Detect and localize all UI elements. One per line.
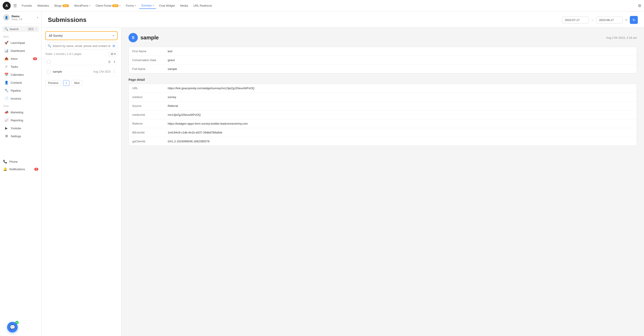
mediumid-label: mediumId bbox=[132, 113, 168, 116]
nav-chat-widget[interactable]: Chat Widget bbox=[157, 3, 177, 9]
search-input[interactable] bbox=[52, 44, 111, 47]
avatar: 👤 bbox=[3, 14, 10, 21]
sidebar-item-pipeline[interactable]: 🔧 Pipeline bbox=[1, 87, 40, 94]
account-name: Demo bbox=[12, 14, 35, 18]
settings-gear-icon[interactable]: ⚙ bbox=[638, 3, 641, 8]
sidebar-item-youtube[interactable]: ▶ Youtube bbox=[1, 124, 40, 132]
arrow-annotation bbox=[42, 30, 43, 42]
detail-row-fullname: Full Name sample bbox=[129, 65, 637, 73]
contact-avatar-name: S sample bbox=[128, 33, 159, 42]
sidebar-item-invoices[interactable]: 📄 Invoices bbox=[1, 95, 40, 102]
account-chevron-icon: ▾ bbox=[37, 16, 38, 19]
sidebar-item-notifications[interactable]: 🔔 Notifications 5 bbox=[0, 165, 42, 173]
sidebar-item-calendars[interactable]: 📅 Calendars bbox=[1, 71, 40, 78]
inbox-icon: 📥 bbox=[4, 57, 8, 61]
calendars-icon: 📅 bbox=[4, 73, 8, 77]
row-checkbox[interactable] bbox=[47, 70, 50, 73]
table-row[interactable]: sample Aug 17th 2023 ⋮ bbox=[45, 67, 118, 76]
nav-funnels[interactable]: Funnels bbox=[20, 3, 34, 9]
row-date: Aug 17th 2023 bbox=[93, 70, 110, 73]
page-number[interactable]: 1 bbox=[63, 80, 70, 86]
chat-widget-button[interactable]: 💬 5 bbox=[7, 322, 18, 333]
tasks-icon: ✓ bbox=[4, 65, 8, 69]
reporting-label: Reporting bbox=[11, 119, 37, 122]
settings-icon: ⚙ bbox=[4, 134, 8, 138]
inbox-badge: 0 bbox=[33, 57, 37, 60]
app-logo: A bbox=[3, 2, 11, 10]
nav-blogs[interactable]: Blogs New bbox=[52, 3, 71, 9]
nav-url-redirects[interactable]: URL Redirects bbox=[191, 3, 214, 9]
pipeline-icon: 🔧 bbox=[4, 88, 8, 92]
sidebar-item-inbox[interactable]: 📥 Inbox 0 bbox=[1, 55, 40, 62]
account-switcher[interactable]: 👤 Demo Irvine, CA ▾ bbox=[0, 11, 42, 24]
nav-client-portal[interactable]: Client Portal New ▾ bbox=[94, 3, 123, 9]
sidebar-item-reporting[interactable]: 📈 Reporting bbox=[1, 116, 40, 124]
date-start-input[interactable]: 2023-07-17 bbox=[562, 16, 588, 23]
sidebar-item-settings[interactable]: ⚙ Settings bbox=[1, 132, 40, 140]
conversation-label: Conversation Data bbox=[132, 58, 168, 62]
youtube-label: Youtube bbox=[11, 127, 37, 130]
phone-label: Phone bbox=[9, 160, 38, 163]
fbeventid-value: 1e4c94c8-c1db-4e1b-a537-29dbd788a6eb bbox=[168, 131, 222, 134]
hamburger-icon[interactable]: ☰ bbox=[13, 3, 17, 8]
survey-select[interactable]: All Survey ▾ bbox=[45, 31, 118, 40]
row-name: sample bbox=[53, 70, 93, 73]
detail-row-firstname: First Name test bbox=[129, 47, 637, 56]
medium-label: medium bbox=[132, 95, 168, 99]
gaclientid-label: gaClientId bbox=[132, 140, 168, 143]
page-header: Submissions 2023-07-17 → 2023-08-17 ✕ ↻ bbox=[42, 11, 644, 28]
survey-select-value: All Survey bbox=[49, 34, 63, 37]
left-panel: All Survey ▾ 🔍 ⊞ Totals: 1 records | 1 o… bbox=[42, 28, 122, 336]
survey-select-chevron-icon: ▾ bbox=[113, 34, 114, 37]
search-bar[interactable]: 🔍 ⊞ bbox=[45, 42, 118, 49]
page-detail-table: URL https://link.goacquirely.com/widget/… bbox=[128, 84, 637, 146]
sidebar-item-contacts[interactable]: 👤 Contacts bbox=[1, 79, 40, 86]
sidebar-item-launchpad[interactable]: 🚀 Launchpad bbox=[1, 39, 40, 46]
contact-fields-table: First Name test Conversation Data grace … bbox=[128, 47, 637, 73]
contact-date: Aug 17th 2023, 2:18 am bbox=[606, 36, 637, 39]
sidebar-item-dashboard[interactable]: 📊 Dashboard bbox=[1, 47, 40, 54]
account-location: Irvine, CA bbox=[12, 18, 35, 20]
delete-icon[interactable]: 🗑 bbox=[108, 60, 111, 63]
select-all-checkbox[interactable] bbox=[47, 60, 50, 63]
search-icon: 🔍 bbox=[4, 27, 8, 31]
nav-forms[interactable]: Forms ▾ bbox=[124, 3, 138, 9]
sidebar-item-phone[interactable]: 📞 Phone bbox=[0, 158, 42, 165]
marketing-label: Marketing bbox=[11, 111, 37, 114]
per-page-value: 10 bbox=[110, 52, 114, 55]
nav-websites[interactable]: Websites bbox=[35, 3, 51, 9]
youtube-icon: ▶ bbox=[4, 126, 8, 130]
per-page-select[interactable]: 10 ▾ bbox=[108, 51, 118, 56]
main-layout: 👤 Demo Irvine, CA ▾ 🔍 Search ⌘ K ↑ Apps … bbox=[0, 11, 644, 336]
date-clear-icon[interactable]: ✕ bbox=[625, 18, 628, 22]
per-page-chevron-icon: ▾ bbox=[114, 52, 116, 55]
row-more-icon[interactable]: ⋮ bbox=[112, 69, 116, 74]
invoices-icon: 📄 bbox=[4, 96, 8, 100]
nav-media[interactable]: Media bbox=[178, 3, 190, 9]
submissions-area: All Survey ▾ 🔍 ⊞ Totals: 1 records | 1 o… bbox=[42, 28, 644, 336]
wordpress-chevron: ▾ bbox=[89, 4, 90, 7]
search-label: Search bbox=[10, 27, 26, 31]
notifications-icon: 🔔 bbox=[3, 167, 7, 171]
gaclientid-value: GA1.2.1633099046.1682385578 bbox=[168, 140, 210, 143]
chat-icon: 💬 bbox=[10, 325, 15, 330]
settings-label: Settings bbox=[11, 135, 37, 138]
contacts-label: Contacts bbox=[11, 81, 37, 84]
sidebar-search-button[interactable]: 🔍 Search ⌘ K ↑ bbox=[2, 26, 39, 32]
contact-name: sample bbox=[140, 34, 159, 41]
dashboard-label: Dashboard bbox=[11, 49, 37, 52]
filter-icon[interactable]: ⊞ bbox=[112, 44, 115, 47]
next-button[interactable]: Next bbox=[71, 80, 82, 86]
nav-wordpress[interactable]: WordPress ▾ bbox=[72, 3, 92, 9]
sidebar-item-marketing[interactable]: 📣 Marketing bbox=[1, 108, 40, 116]
nav-surveys[interactable]: Surveys ▾ bbox=[139, 2, 156, 9]
previous-button[interactable]: Previous bbox=[45, 80, 61, 86]
download-icon[interactable]: ⬇ bbox=[113, 60, 116, 63]
totals-text: Totals: 1 records | 1 of 1 pages bbox=[45, 52, 82, 55]
detail-row-source: Source Referral bbox=[129, 102, 637, 110]
sidebar-item-tasks[interactable]: ✓ Tasks bbox=[1, 63, 40, 70]
forms-chevron: ▾ bbox=[135, 4, 136, 7]
date-end-input[interactable]: 2023-08-17 bbox=[596, 16, 623, 23]
detail-row-medium: medium survey bbox=[129, 93, 637, 102]
refresh-button[interactable]: ↻ bbox=[630, 16, 638, 24]
